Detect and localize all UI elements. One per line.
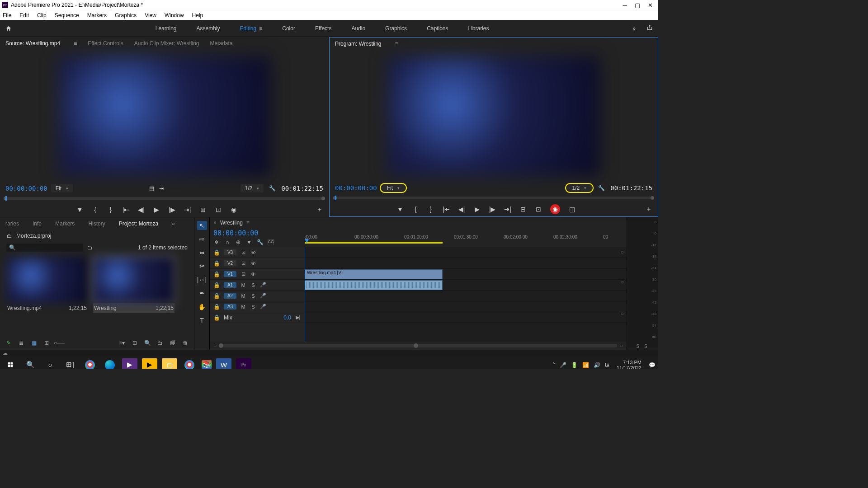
mark-out-button[interactable]: } <box>427 206 434 213</box>
menu-help[interactable]: Help <box>192 12 203 19</box>
play-button[interactable]: ▶ <box>153 206 160 213</box>
start-button[interactable] <box>3 358 18 369</box>
track-header-v3[interactable]: 🔒V3⊡👁 <box>210 247 305 258</box>
program-zoom-dropdown[interactable]: Fit▾ <box>381 184 406 192</box>
sort-button[interactable]: ≡▾ <box>119 340 125 346</box>
playhead-line[interactable] <box>305 247 305 342</box>
scroll-handle-icon[interactable]: ○ <box>621 249 624 255</box>
clock[interactable]: 7:13 PM 11/17/2022 <box>614 360 644 369</box>
word-button[interactable]: W <box>216 358 231 369</box>
step-back-button[interactable]: ◀| <box>138 206 145 213</box>
list-view-button[interactable]: ≣ <box>18 340 24 346</box>
program-settings-icon[interactable]: 🔧 <box>598 185 605 191</box>
close-button[interactable]: ✕ <box>644 2 656 9</box>
tab-metadata[interactable]: Metadata <box>210 40 233 47</box>
wifi-icon[interactable]: 📶 <box>582 362 589 368</box>
add-marker-button[interactable]: ▼ <box>76 206 84 213</box>
step-forward-button[interactable]: |▶ <box>489 206 496 213</box>
track-header-v1[interactable]: 🔒V1⊡👁 <box>210 269 305 280</box>
track-header-a1[interactable]: 🔒A1MS🎤 <box>210 280 305 291</box>
video-clip[interactable]: Wrestling.mp4 [V] <box>305 269 443 279</box>
zoom-out-handle[interactable]: ○ <box>213 343 217 349</box>
workspace-learning[interactable]: Learning <box>146 25 187 32</box>
track-area[interactable]: Wrestling.mp4 [V] ○ ○ ○ <box>305 247 627 342</box>
pen-tool[interactable]: ✒ <box>197 289 207 298</box>
type-tool[interactable]: T <box>197 316 207 325</box>
home-button[interactable] <box>0 25 17 32</box>
bin-item[interactable]: Wrestling1;22;15 <box>93 257 175 333</box>
captions-icon[interactable]: CC <box>268 239 274 245</box>
mic-icon[interactable]: 🎤 <box>560 362 566 368</box>
mark-in-button[interactable]: { <box>412 206 419 213</box>
new-bin-button[interactable]: 🗀 <box>157 340 163 346</box>
workspace-editing[interactable]: Editing <box>230 25 273 32</box>
source-zoom-dropdown[interactable]: Fit▾ <box>51 184 73 192</box>
menu-file[interactable]: File <box>3 12 11 19</box>
add-control-button[interactable]: ＋ <box>645 205 652 213</box>
audio-clip[interactable] <box>305 280 443 290</box>
program-playhead-tc[interactable]: 00:00:00:00 <box>335 184 377 192</box>
battery-icon[interactable]: 🔋 <box>571 362 578 368</box>
export-frame-button[interactable]: ◉ <box>550 204 560 214</box>
workspace-effects[interactable]: Effects <box>305 25 341 32</box>
comparison-view-button[interactable]: ◫ <box>568 206 576 213</box>
tabs-overflow[interactable]: » <box>172 221 175 227</box>
mark-out-button[interactable]: } <box>107 206 114 213</box>
search-button[interactable]: 🔍 <box>23 358 38 369</box>
icon-view-button[interactable]: ▦ <box>31 340 37 346</box>
program-menu-icon[interactable]: ≡ <box>395 41 398 47</box>
linked-selection-icon[interactable]: ∩ <box>224 239 231 245</box>
menu-markers[interactable]: Markers <box>87 12 107 19</box>
tab-info[interactable]: Info <box>33 221 42 227</box>
source-settings-icon[interactable]: 🔧 <box>269 185 276 192</box>
workspace-color[interactable]: Color <box>272 25 305 32</box>
winrar-button[interactable]: 📚 <box>202 360 212 369</box>
workspace-libraries[interactable]: Libraries <box>458 25 499 32</box>
potplayer-button[interactable]: ▶ <box>142 358 157 369</box>
export-frame-button[interactable]: ◉ <box>230 206 237 213</box>
ripple-edit-tool[interactable]: ⇔ <box>197 248 207 257</box>
chrome2-button[interactable] <box>184 360 194 369</box>
track-header-a3[interactable]: 🔒A3MS🎤 <box>210 301 305 312</box>
new-bin-icon[interactable]: 🗀 <box>87 244 93 251</box>
close-tab-icon[interactable]: × <box>213 220 217 226</box>
go-to-in-button[interactable]: |⇤ <box>123 206 130 213</box>
insert-button[interactable]: ⊞ <box>199 206 207 213</box>
maximize-button[interactable]: ▢ <box>631 2 644 9</box>
tab-project[interactable]: Project: Morteza <box>119 221 158 227</box>
workspace-overflow[interactable]: » <box>627 25 641 32</box>
source-viewer[interactable] <box>0 50 329 183</box>
hand-tool[interactable]: ✋ <box>197 302 207 311</box>
play-button[interactable]: ▶ <box>473 206 481 213</box>
share-button[interactable] <box>641 24 658 32</box>
add-marker-button[interactable]: ▼ <box>396 206 404 213</box>
step-back-button[interactable]: ◀| <box>458 206 465 213</box>
find-button[interactable]: 🔍 <box>144 340 151 346</box>
task-view-button[interactable]: ⊞] <box>62 358 78 369</box>
drag-audio-icon[interactable]: ⇥ <box>158 185 165 192</box>
solo-buttons[interactable]: S S <box>627 344 658 349</box>
slip-tool[interactable]: |↔| <box>197 275 207 284</box>
program-resolution-dropdown[interactable]: 1/2▾ <box>566 184 593 192</box>
minimize-button[interactable]: ─ <box>618 2 631 9</box>
go-to-out-button[interactable]: ⇥| <box>504 206 511 213</box>
lift-button[interactable]: ⊟ <box>519 206 527 213</box>
source-scrubber[interactable] <box>0 194 329 202</box>
menu-graphics[interactable]: Graphics <box>115 12 137 19</box>
tray-chevron-icon[interactable]: ˄ <box>552 362 555 368</box>
track-header-a2[interactable]: 🔒A2MS🎤 <box>210 291 305 301</box>
tab-program[interactable]: Program: Wrestling <box>335 41 381 47</box>
premiere-button[interactable]: Pr <box>236 358 251 369</box>
chrome-button[interactable] <box>85 360 95 369</box>
go-to-in-button[interactable]: |⇤ <box>443 206 450 213</box>
source-playhead-tc[interactable]: 00:00:00:00 <box>5 185 47 192</box>
scroll-handle-icon[interactable]: ○ <box>621 310 624 317</box>
menu-edit[interactable]: Edit <box>19 12 29 19</box>
time-ruler[interactable]: ;00:00 00:00:30:00 00:01:00:00 00:01:30:… <box>305 235 627 245</box>
timeline-tc[interactable]: 00:00:00:00 <box>213 229 301 237</box>
marker-icon[interactable]: ▼ <box>246 239 252 245</box>
mark-in-button[interactable]: { <box>92 206 99 213</box>
timeline-menu-icon[interactable]: ≡ <box>246 220 250 226</box>
write-icon[interactable]: ✎ <box>5 340 12 346</box>
add-marker-icon[interactable]: ⊕ <box>235 239 241 245</box>
